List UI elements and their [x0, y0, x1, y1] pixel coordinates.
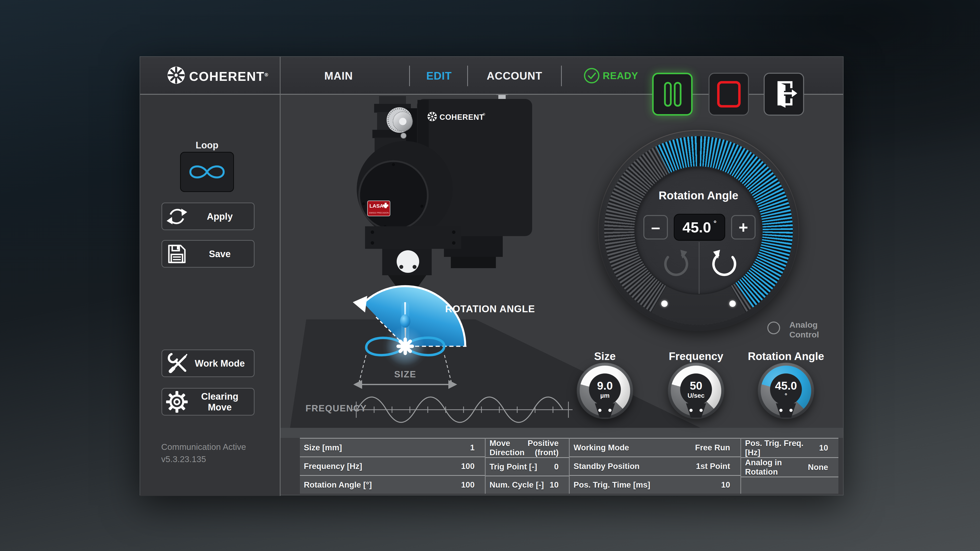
rotation-angle-dial[interactable]: Rotation Angle – 45.0 ° +	[598, 130, 799, 331]
knob-dot	[700, 409, 703, 412]
param-row: Move DirectionPositive (front)	[485, 438, 569, 457]
sidebar-divider	[280, 57, 280, 496]
analog-control-label: Analog Control	[789, 320, 819, 340]
table-column: Working ModeFree Run Standby Position1st…	[569, 438, 740, 494]
nav-divider	[409, 66, 410, 86]
dial-title: Rotation Angle	[635, 189, 762, 202]
floppy-icon	[162, 242, 192, 266]
parameter-table: Size [mm]1 Frequency [Hz]100 Rotation An…	[300, 438, 838, 494]
knob-dot	[789, 409, 792, 412]
status-ready: READY	[603, 57, 638, 95]
param-row: Analog in RotationNone	[741, 457, 838, 476]
pause-button[interactable]	[652, 73, 693, 116]
dial-marker-dot	[661, 300, 668, 307]
knob-dot	[780, 409, 783, 412]
param-row: Frequency [Hz]100	[300, 456, 485, 475]
param-row: Size [mm]1	[300, 438, 485, 456]
lasag-badge: LASAG SWISS PRECISION	[368, 201, 390, 216]
svg-text:COHERENT: COHERENT	[439, 113, 484, 121]
table-column: Size [mm]1 Frequency [Hz]100 Rotation An…	[300, 438, 485, 494]
rotation-angle-knob[interactable]: 45.0 °	[758, 363, 814, 419]
frequency-knob[interactable]: 50 U/sec	[668, 363, 724, 419]
stop-button[interactable]	[708, 73, 749, 116]
frequency-knob-label: Frequency	[647, 350, 745, 362]
app-version: v5.3.23.135	[161, 454, 206, 464]
impact-starburst	[386, 327, 425, 366]
communication-status: Communication Active	[161, 442, 246, 452]
param-row: Trig Point [-]0	[485, 457, 569, 476]
angle-increase-button[interactable]: +	[731, 215, 756, 240]
clearing-move-button[interactable]: Clearing Move	[161, 388, 255, 416]
coherent-logo-icon	[166, 65, 186, 86]
table-column: Pos. Trig. Freq. [Hz]10 Analog in Rotati…	[740, 438, 838, 494]
dial-face: Rotation Angle – 45.0 ° +	[634, 166, 763, 295]
exit-door-icon	[769, 78, 799, 110]
rotation-knob-value-display: 45.0 °	[770, 373, 802, 405]
save-label: Save	[192, 249, 254, 259]
ready-check-icon	[583, 67, 600, 84]
tab-edit[interactable]: EDIT	[412, 57, 466, 95]
work-mode-label: Work Mode	[192, 358, 254, 369]
angle-decrease-button[interactable]: –	[643, 215, 668, 240]
nav-divider	[561, 66, 562, 86]
nav-divider	[467, 66, 468, 86]
param-row: Pos. Trig. Freq. [Hz]10	[741, 438, 838, 457]
work-platform	[280, 319, 843, 438]
infinity-icon	[188, 162, 227, 182]
size-knob-value-display: 9.0 µm	[589, 373, 621, 405]
pause-icon	[654, 76, 691, 113]
dial-marker-dot	[729, 300, 736, 307]
sync-icon	[162, 204, 192, 229]
rotation-angle-diagram-label: ROTATION ANGLE	[445, 303, 535, 314]
dial-arrow-divider	[699, 242, 700, 294]
param-row: Pos. Trig. Time [ms]10	[570, 475, 740, 494]
size-knob-label: Size	[556, 350, 654, 362]
angle-value-display: 45.0 °	[674, 214, 725, 241]
loop-pattern-button[interactable]	[180, 152, 234, 192]
app-window: COHERENT ® LASAG SWISS PRECISION	[140, 56, 843, 495]
analog-control-radio[interactable]	[767, 322, 780, 334]
param-row: Standby Position1st Point	[570, 456, 740, 475]
table-column: Move DirectionPositive (front) Trig Poin…	[485, 438, 569, 494]
svg-text:®: ®	[483, 113, 485, 116]
sidebar: Loop Apply	[140, 95, 280, 496]
apply-button[interactable]: Apply	[161, 203, 255, 230]
knob-dot	[689, 409, 693, 412]
rotate-counterclockwise-button[interactable]	[706, 245, 743, 281]
rotation-knob-label: Rotation Angle	[737, 350, 835, 362]
exit-button[interactable]	[764, 73, 804, 116]
param-row: Rotation Angle [°]100	[300, 475, 485, 494]
stop-icon	[711, 76, 747, 113]
rotate-clockwise-button[interactable]	[658, 245, 695, 281]
param-row: Num. Cycle [-]10	[485, 476, 569, 494]
save-button[interactable]: Save	[161, 240, 255, 268]
knob-dot	[598, 409, 601, 412]
knob-dot	[608, 409, 611, 412]
tab-main[interactable]: MAIN	[312, 57, 366, 95]
param-row	[741, 476, 838, 494]
frequency-diagram-label: FREQUENCY	[305, 403, 367, 414]
angle-unit: °	[713, 219, 716, 227]
apply-label: Apply	[192, 211, 254, 222]
clearing-move-label: Clearing Move	[192, 391, 254, 413]
brand-name: COHERENT®	[189, 69, 269, 84]
loop-section-label: Loop	[158, 140, 256, 151]
gear-icon	[162, 390, 192, 414]
svg-text:SWISS PRECISION: SWISS PRECISION	[369, 211, 389, 214]
param-row: Working ModeFree Run	[570, 438, 740, 456]
tools-icon	[162, 351, 192, 376]
frequency-knob-value-display: 50 U/sec	[680, 373, 712, 405]
work-mode-button[interactable]: Work Mode	[161, 349, 255, 377]
size-diagram-label: SIZE	[381, 369, 430, 380]
size-knob[interactable]: 9.0 µm	[577, 363, 633, 419]
tab-account[interactable]: ACCOUNT	[483, 57, 546, 95]
angle-value: 45.0	[682, 219, 711, 236]
laser-head-image: COHERENT ® LASAG SWISS PRECISION	[357, 76, 532, 302]
